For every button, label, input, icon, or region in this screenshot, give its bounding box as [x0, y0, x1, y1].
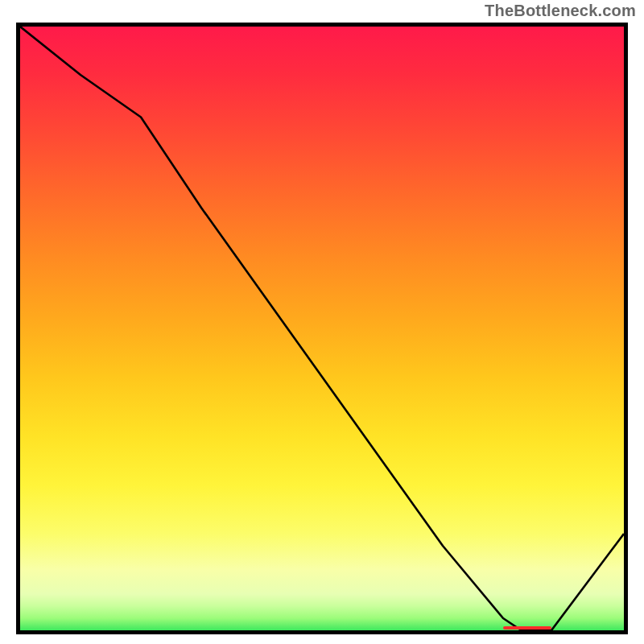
attribution-label: TheBottleneck.com: [485, 2, 636, 20]
optimal-range-marker: [503, 626, 551, 630]
chart-plot-area: [16, 23, 628, 634]
bottleneck-curve-path: [20, 27, 624, 630]
chart-line-series: [20, 27, 624, 630]
